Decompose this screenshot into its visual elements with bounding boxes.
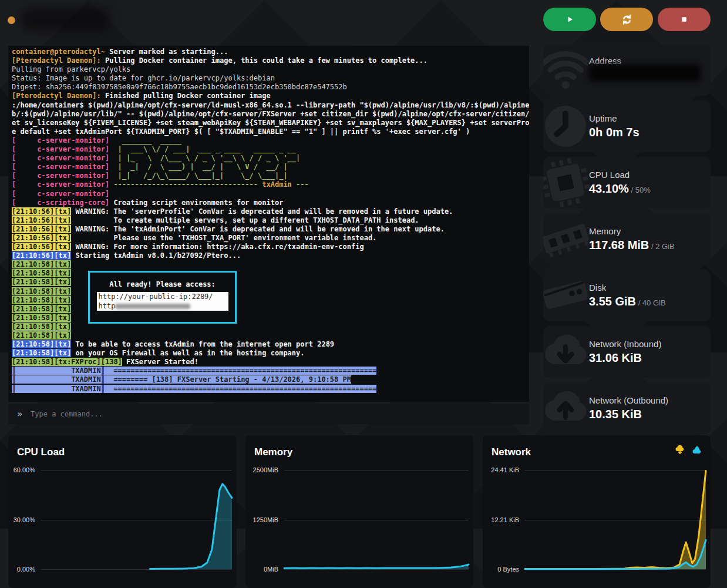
stat-label: CPU Load: [589, 170, 651, 180]
inbound-area: [525, 471, 706, 570]
wifi-icon: [543, 45, 590, 95]
stat-label: Disk: [589, 283, 666, 293]
console-output[interactable]: container@pterodactyl~ Server marked as …: [8, 46, 529, 402]
stat-card-disk: Disk 3.55 GiB / 40 GiB: [543, 270, 711, 321]
stat-value: 31.06 KiB: [589, 351, 661, 365]
console-line: e default +set txAdminPort ${TXADMIN_POR…: [12, 127, 526, 136]
console-line: [21:10:56][tx] To create multiple server…: [12, 216, 526, 225]
console-line: [ c-server-monitor] | _| / \ ___) | __/ …: [12, 163, 526, 172]
console-line: [21:10:56][tx] Please use the 'TXHOST_TX…: [12, 234, 526, 243]
stat-label: Network (Outbound): [589, 395, 668, 405]
stat-label: Memory: [589, 226, 675, 236]
txadmin-ready-box: All ready! Please access: http://your-pu…: [88, 271, 237, 324]
console-line: et sv_licenseKey ${FIVEM_LICENSE} +set s…: [12, 119, 526, 127]
console-line: [ c-scripting-core] Creating script envi…: [12, 199, 526, 207]
clock-icon: [543, 102, 590, 151]
console-line: [21:10:56][tx] WARNING: The 'serverProfi…: [12, 207, 526, 216]
stat-value: 0h 0m 7s: [589, 126, 640, 139]
console-line: Status: Image is up to date for ghcr.io/…: [12, 74, 526, 83]
inbound-line: [525, 471, 706, 569]
console-line: [Pterodactyl Daemon]: Finished pulling D…: [12, 92, 526, 100]
console-line: [21:10:58][tx]: [12, 331, 526, 340]
restart-icon: [621, 14, 633, 26]
command-bar: »: [8, 404, 529, 424]
cpu-load-plot: [8, 435, 237, 572]
memory-chart: Memory 2500MiB1250MiB0MiB: [245, 435, 473, 588]
restart-button[interactable]: [600, 8, 653, 31]
stat-card-network-inbound: Network (Inbound) 31.06 KiB: [543, 326, 711, 378]
console-line: ║ TXADMIN║ ======== [138] FXServer Start…: [12, 375, 526, 384]
command-input[interactable]: [31, 410, 442, 418]
console-line: Digest: sha256:449f8397585e8a9f766c18b97…: [12, 83, 526, 92]
cpu-icon: [543, 157, 595, 209]
cloud-down-icon: [543, 327, 590, 377]
stat-value: 117.68 MiB / 2 GiB: [589, 238, 675, 252]
console-line: container@pterodactyl~ Server marked as …: [12, 48, 526, 56]
console-line: [ c-server-monitor] _______ _____: [12, 136, 526, 145]
disk-icon: [543, 270, 595, 321]
stop-button[interactable]: [658, 8, 711, 31]
start-button[interactable]: [543, 8, 596, 31]
console-line: [ c-server-monitor] |_| /_/\_\____/ \___…: [12, 172, 526, 180]
stat-label: Network (Inbound): [589, 339, 661, 349]
url-redaction: [115, 304, 190, 309]
stat-value: 10.35 KiB: [589, 408, 668, 421]
console-line: [21:10:58][tx] on your OS Firewall as we…: [12, 349, 526, 358]
console-line: ║ TXADMIN║ =============================…: [12, 385, 526, 394]
console-line: Pulling from parkervcp/yolks: [12, 65, 526, 74]
prompt-chevrons-icon: »: [17, 409, 22, 419]
console-line: [21:10:56][tx] WARNING: The 'txAdminPort…: [12, 225, 526, 234]
console-line: [21:10:56][tx] WARNING: For more informa…: [12, 243, 526, 251]
cpu-load-area: [150, 484, 232, 569]
console-line: [21:10:58][tx]: [12, 260, 526, 269]
stat-value: 43.10% / 50%: [589, 182, 651, 196]
server-status-dot: [8, 16, 15, 24]
console-line: [21:10:58][tx]: [12, 322, 526, 331]
cpu-load-chart: CPU Load 60.00%30.00%0.00%: [8, 435, 237, 588]
server-name-redacted: [21, 8, 109, 31]
console-line: [21:10:58][tx] To be able to access txAd…: [12, 340, 526, 349]
ready-box-url-1: http://your-public-ip:2289/: [97, 292, 228, 301]
play-icon: [564, 14, 575, 25]
console-line: [ c-server-monitor] --------------------…: [12, 180, 526, 189]
stat-card-network-outbound: Network (Outbound) 10.35 KiB: [543, 382, 711, 434]
stat-card-address: Address: [543, 44, 711, 96]
stat-label: Uptime: [589, 113, 640, 123]
console-line: [21:10:56][tx] Starting txAdmin v8.0.1/b…: [12, 251, 526, 260]
network-plot: [483, 435, 711, 572]
address-value-redacted: [589, 64, 701, 82]
stat-card-memory: Memory 117.68 MiB / 2 GiB: [543, 213, 711, 265]
console-lines: container@pterodactyl~ Server marked as …: [12, 48, 526, 394]
stop-icon: [678, 14, 690, 25]
console-line: [ c-server-monitor] | ___\ \/ / ___| ___…: [12, 145, 526, 154]
network-chart: Network 24.41 KiB12.21 KiB0 Bytes: [483, 435, 711, 588]
console-line: [ c-server-monitor] | |_ \ /\___ \ / _ \…: [12, 154, 526, 163]
memory-line: [284, 565, 469, 568]
console-line: ║ TXADMIN║ =============================…: [12, 367, 526, 375]
memory-plot: [245, 435, 473, 572]
console-line: :/home/container$ $(pwd)/alpine/opt/cfx-…: [12, 101, 526, 110]
stat-value: 3.55 GiB / 40 GiB: [589, 295, 666, 308]
console-line: [ c-server-monitor]: [12, 190, 526, 199]
console-line: [21:10:58][tx:FXProc][138] FXServer Star…: [12, 358, 526, 367]
stat-card-cpu: CPU Load 43.10% / 50%: [543, 157, 711, 209]
ready-box-title: All ready! Please access:: [90, 280, 235, 289]
stat-card-uptime: Uptime 0h 0m 7s: [543, 100, 711, 152]
console-line: [Pterodactyl Daemon]: Pulling Docker con…: [12, 56, 526, 65]
ready-box-url-2: http: [97, 301, 228, 311]
console-line: b/:$(pwd)/alpine/usr/lib/" -- $(pwd)/alp…: [12, 110, 526, 119]
cloud-up-icon: [543, 384, 590, 433]
